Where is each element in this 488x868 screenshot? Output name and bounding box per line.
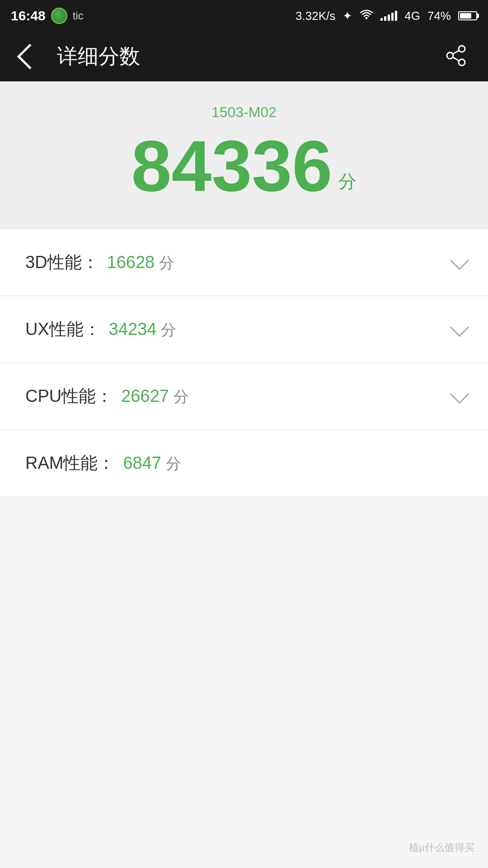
signal-bars <box>380 11 397 21</box>
page-title: 详细分数 <box>57 42 440 71</box>
benchmark-item-cpu[interactable]: CPU性能： 26627 分 <box>0 363 488 430</box>
main-score: 84336 <box>131 130 333 202</box>
chevron-down-icon-ux <box>450 317 469 336</box>
benchmark-list: 3D性能： 16628 分 UX性能： 34234 分 CPU性能： 26627… <box>0 229 488 496</box>
benchmark-left-cpu: CPU性能： 26627 分 <box>25 385 189 408</box>
benchmark-unit-ram: 分 <box>166 453 181 474</box>
battery-percent: 74% <box>427 9 451 23</box>
watermark: 植μ什么值得买 <box>409 841 474 854</box>
score-section: 1503-M02 84336 分 <box>0 81 488 229</box>
benchmark-label-ram: RAM性能： <box>25 452 115 475</box>
chevron-down-icon-cpu <box>450 384 469 403</box>
benchmark-left-3d: 3D性能： 16628 分 <box>25 251 174 274</box>
status-bar: 16:48 tic 3.32K/s ✦ 4G 74% <box>0 0 488 32</box>
benchmark-label-ux: UX性能： <box>25 318 101 341</box>
svg-point-1 <box>459 46 465 52</box>
back-button[interactable] <box>16 43 43 70</box>
benchmark-unit-ux: 分 <box>161 320 176 340</box>
svg-point-0 <box>366 17 368 19</box>
benchmark-left-ux: UX性能： 34234 分 <box>25 318 176 341</box>
benchmark-item-ram[interactable]: RAM性能： 6847 分 <box>0 430 488 496</box>
device-model: 1503-M02 <box>211 104 277 121</box>
share-button[interactable] <box>440 40 472 73</box>
svg-line-5 <box>453 57 459 61</box>
network-speed: 3.32K/s <box>296 9 335 23</box>
chevron-down-icon-3d <box>450 250 469 269</box>
globe-icon <box>51 8 67 24</box>
svg-point-2 <box>447 52 453 59</box>
svg-point-3 <box>459 59 465 66</box>
benchmark-unit-cpu: 分 <box>174 387 189 407</box>
svg-line-4 <box>453 51 459 54</box>
benchmark-item-3d[interactable]: 3D性能： 16628 分 <box>0 229 488 296</box>
back-arrow-icon <box>17 44 43 70</box>
score-wrapper: 84336 分 <box>131 130 357 202</box>
status-right: 3.32K/s ✦ 4G 74% <box>296 9 477 23</box>
lte-label: 4G <box>404 9 420 23</box>
wifi-icon <box>360 9 373 23</box>
benchmark-left-ram: RAM性能： 6847 分 <box>25 452 181 475</box>
benchmark-score-3d: 16628 <box>107 253 155 272</box>
benchmark-score-cpu: 26627 <box>121 387 169 406</box>
benchmark-label-cpu: CPU性能： <box>25 385 113 408</box>
share-icon <box>445 44 467 67</box>
status-left: 16:48 tic <box>11 8 84 24</box>
benchmark-label-3d: 3D性能： <box>25 251 99 274</box>
status-time: 16:48 <box>11 8 46 24</box>
benchmark-score-ram: 6847 <box>123 453 161 473</box>
benchmark-unit-3d: 分 <box>159 253 174 274</box>
app-header: 详细分数 <box>0 32 488 81</box>
bluetooth-icon: ✦ <box>343 9 352 23</box>
benchmark-item-ux[interactable]: UX性能： 34234 分 <box>0 296 488 363</box>
status-app-label: tic <box>73 9 84 22</box>
score-unit: 分 <box>338 169 357 194</box>
battery-icon <box>458 11 477 20</box>
benchmark-score-ux: 34234 <box>109 320 157 339</box>
